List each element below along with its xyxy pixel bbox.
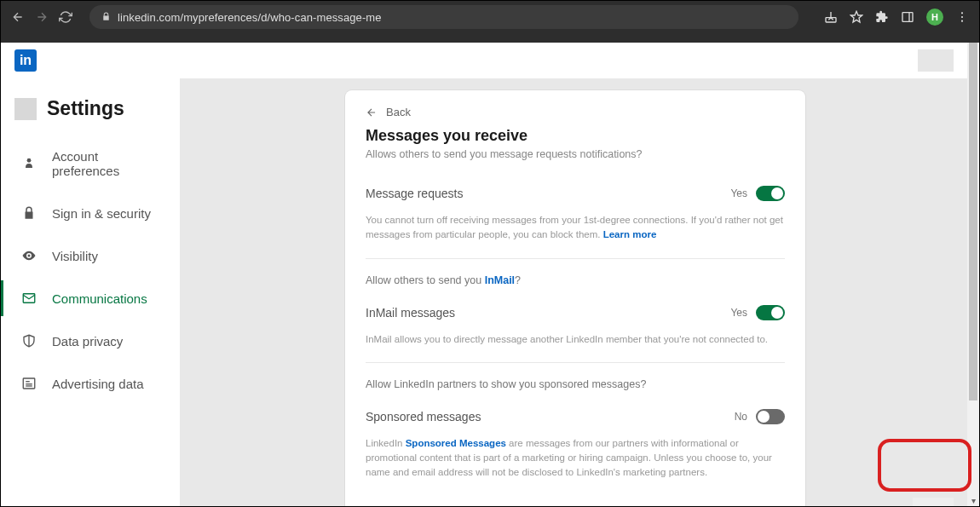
back-button[interactable]: Back bbox=[366, 106, 785, 118]
footer-placeholder bbox=[913, 498, 954, 506]
sidebar-item-visibility[interactable]: Visibility bbox=[1, 234, 180, 277]
sponsored-toggle[interactable] bbox=[756, 409, 785, 424]
forward-icon[interactable] bbox=[35, 10, 49, 24]
sponsored-row: Sponsored messages No bbox=[366, 400, 785, 431]
browser-toolbar: linkedin.com/mypreferences/d/who-can-mes… bbox=[1, 1, 979, 33]
card-subtitle: Allows others to send you message reques… bbox=[366, 148, 785, 160]
newspaper-icon bbox=[21, 376, 37, 391]
sidebar-item-advertising-data[interactable]: Advertising data bbox=[1, 362, 180, 405]
back-label: Back bbox=[386, 106, 411, 118]
reload-icon[interactable] bbox=[59, 10, 72, 24]
section-question: Allow LinkedIn partners to show you spon… bbox=[366, 373, 785, 400]
scrollbar-thumb[interactable] bbox=[969, 43, 977, 400]
sponsored-messages-link[interactable]: Sponsored Messages bbox=[406, 438, 506, 448]
svg-point-6 bbox=[27, 158, 32, 163]
svg-rect-10 bbox=[23, 378, 35, 389]
extensions-icon[interactable] bbox=[875, 10, 889, 24]
setting-label: Sponsored messages bbox=[366, 410, 481, 423]
sidebar-item-communications[interactable]: Communications bbox=[1, 277, 180, 320]
sidebar-item-label: Account preferences bbox=[52, 149, 161, 178]
divider bbox=[366, 258, 785, 259]
panel-icon[interactable] bbox=[901, 10, 914, 24]
sidebar-item-data-privacy[interactable]: Data privacy bbox=[1, 320, 180, 362]
scrollbar[interactable]: ▾ bbox=[967, 43, 979, 506]
svg-point-7 bbox=[28, 255, 31, 257]
toggle-state-text: No bbox=[735, 411, 747, 423]
profile-avatar[interactable]: H bbox=[926, 9, 943, 26]
main-content-area: Back Messages you receive Allows others … bbox=[180, 78, 967, 506]
scrollbar-down-icon[interactable]: ▾ bbox=[967, 494, 979, 506]
share-icon[interactable] bbox=[824, 10, 838, 24]
inmail-link[interactable]: InMail bbox=[485, 274, 515, 286]
shield-icon bbox=[21, 333, 37, 349]
learn-more-link[interactable]: Learn more bbox=[603, 229, 657, 239]
section-question: Allow others to send you InMail? bbox=[366, 269, 785, 297]
tab-strip bbox=[1, 33, 979, 43]
url-text: linkedin.com/mypreferences/d/who-can-mes… bbox=[118, 11, 382, 24]
message-requests-row: Message requests Yes bbox=[366, 177, 785, 208]
arrow-left-icon bbox=[366, 107, 378, 118]
sidebar-item-label: Data privacy bbox=[52, 334, 123, 349]
sidebar-item-label: Advertising data bbox=[52, 377, 144, 391]
toggle-state-text: Yes bbox=[730, 307, 747, 319]
topbar-placeholder bbox=[918, 49, 954, 72]
lock-icon bbox=[21, 205, 37, 221]
kebab-menu-icon[interactable] bbox=[955, 10, 969, 24]
inmail-row: InMail messages Yes bbox=[366, 297, 785, 327]
svg-rect-1 bbox=[902, 13, 913, 22]
envelope-icon bbox=[21, 291, 37, 306]
address-bar[interactable]: linkedin.com/mypreferences/d/who-can-mes… bbox=[89, 5, 798, 29]
sidebar-item-label: Sign in & security bbox=[52, 206, 151, 221]
linkedin-logo[interactable]: in bbox=[14, 49, 37, 72]
help-text: You cannot turn off receiving messages f… bbox=[366, 208, 785, 255]
sidebar-item-label: Visibility bbox=[52, 249, 98, 263]
divider bbox=[366, 362, 785, 363]
star-icon[interactable] bbox=[850, 10, 863, 24]
message-requests-toggle[interactable] bbox=[756, 186, 785, 201]
setting-label: Message requests bbox=[366, 187, 463, 200]
setting-label: InMail messages bbox=[366, 306, 455, 320]
inmail-toggle[interactable] bbox=[756, 305, 785, 320]
sidebar-item-signin-security[interactable]: Sign in & security bbox=[1, 192, 180, 234]
svg-point-5 bbox=[961, 20, 963, 22]
lock-icon bbox=[101, 9, 111, 25]
toggle-state-text: Yes bbox=[730, 187, 747, 199]
sidebar-item-label: Communications bbox=[52, 291, 147, 306]
card-title: Messages you receive bbox=[366, 127, 785, 145]
linkedin-topbar: in bbox=[1, 43, 967, 78]
settings-sidebar: Settings Account preferences Sign in & s… bbox=[1, 78, 180, 506]
settings-icon-placeholder bbox=[14, 98, 37, 120]
settings-title: Settings bbox=[47, 97, 124, 120]
settings-card: Back Messages you receive Allows others … bbox=[345, 90, 805, 507]
help-text: LinkedIn Sponsored Messages are messages… bbox=[366, 431, 785, 493]
sidebar-item-account-preferences[interactable]: Account preferences bbox=[1, 135, 180, 192]
back-icon[interactable] bbox=[11, 10, 25, 24]
svg-point-4 bbox=[961, 16, 963, 18]
person-icon bbox=[21, 156, 37, 171]
eye-icon bbox=[21, 248, 37, 263]
help-text: InMail allows you to directly message an… bbox=[366, 327, 785, 359]
svg-point-3 bbox=[961, 12, 963, 14]
